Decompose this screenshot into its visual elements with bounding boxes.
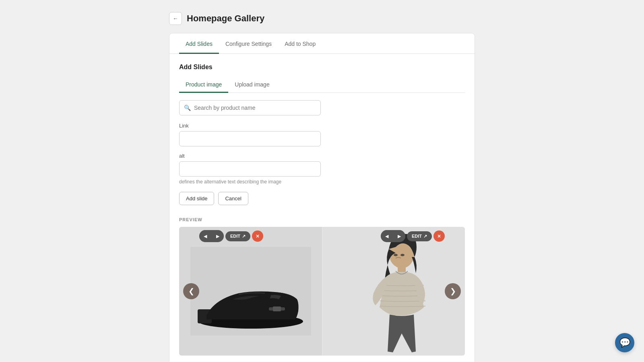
add-slide-button[interactable]: Add slide	[179, 192, 214, 205]
slide-model: ❯	[322, 227, 465, 356]
right-prev-button[interactable]: ◀	[381, 230, 393, 242]
carousel-prev-icon: ❮	[188, 287, 194, 296]
alt-input[interactable]	[179, 161, 321, 177]
left-nav-group: ◀ ▶	[199, 230, 224, 242]
page-title: Homepage Gallery	[187, 13, 264, 24]
svg-point-9	[400, 254, 405, 256]
left-prev-button[interactable]: ◀	[199, 230, 211, 242]
right-edit-button[interactable]: EDIT ↗	[407, 231, 432, 241]
right-next-button[interactable]: ▶	[393, 230, 405, 242]
slide-shoe: ❮	[179, 227, 322, 356]
left-edit-label: EDIT	[230, 234, 240, 239]
section-title: Add Slides	[179, 64, 465, 71]
left-next-button[interactable]: ▶	[212, 230, 224, 242]
carousel-next-button[interactable]: ❯	[445, 283, 461, 299]
sub-tabs: Product image Upload image	[179, 78, 465, 93]
preview-label: PREVIEW	[179, 217, 465, 222]
shoe-svg	[190, 247, 311, 335]
top-tabs: Add Slides Configure Settings Add to Sho…	[169, 33, 475, 54]
svg-point-8	[394, 254, 398, 256]
search-wrapper: 🔍	[179, 100, 465, 115]
left-edit-button[interactable]: EDIT ↗	[225, 231, 250, 241]
chat-button[interactable]: 💬	[615, 333, 634, 352]
right-edit-icon: ↗	[423, 234, 427, 239]
alt-label: alt	[179, 153, 465, 159]
link-input[interactable]	[179, 131, 321, 146]
model-svg	[333, 227, 454, 356]
left-close-icon: ×	[256, 233, 259, 239]
shoe-image	[179, 227, 322, 356]
right-close-icon: ×	[438, 233, 441, 239]
cancel-button[interactable]: Cancel	[218, 192, 248, 205]
slide-divider	[322, 227, 322, 356]
right-edit-label: EDIT	[412, 234, 422, 239]
carousel-prev-button[interactable]: ❮	[183, 283, 199, 299]
tab-add-slides[interactable]: Add Slides	[179, 33, 219, 54]
left-close-button[interactable]: ×	[252, 230, 263, 242]
search-input[interactable]	[179, 100, 321, 115]
right-nav-group: ◀ ▶	[381, 230, 405, 242]
back-icon: ←	[173, 15, 178, 22]
right-slide-controls: ◀ ▶ EDIT ↗ ×	[381, 230, 445, 242]
preview-area: ◀ ▶ EDIT ↗ × ◀	[179, 227, 465, 356]
main-card: Add Slides Configure Settings Add to Sho…	[169, 33, 475, 362]
tab-configure-settings[interactable]: Configure Settings	[219, 33, 278, 54]
link-label: Link	[179, 123, 465, 129]
carousel-next-icon: ❯	[450, 287, 456, 296]
left-edit-icon: ↗	[242, 234, 246, 239]
sub-tab-product-image[interactable]: Product image	[179, 78, 228, 93]
form-buttons: Add slide Cancel	[179, 192, 465, 205]
alt-hint: defines the alternative text describing …	[179, 179, 465, 185]
left-slide-controls: ◀ ▶ EDIT ↗ ×	[199, 230, 263, 242]
tab-add-to-shop[interactable]: Add to Shop	[278, 33, 322, 54]
model-image	[322, 227, 465, 356]
back-button[interactable]: ←	[169, 12, 182, 25]
chat-icon: 💬	[619, 337, 630, 348]
svg-rect-4	[273, 306, 281, 311]
sub-tab-upload-image[interactable]: Upload image	[228, 78, 276, 93]
slides-row: ❮	[179, 227, 465, 356]
search-icon: 🔍	[184, 105, 191, 111]
right-close-button[interactable]: ×	[433, 230, 445, 242]
